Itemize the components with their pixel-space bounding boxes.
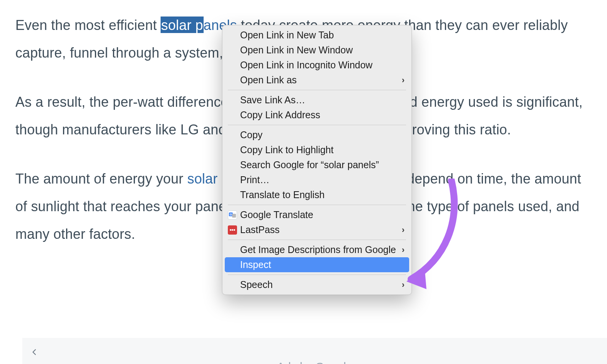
menu-separator (228, 125, 406, 125)
menu-open-link-new-tab[interactable]: Open Link in New Tab (222, 28, 411, 43)
menu-copy-link-address[interactable]: Copy Link Address (222, 108, 411, 122)
menu-item-label: Inspect (240, 259, 271, 270)
selected-text: solar p (161, 17, 203, 33)
menu-item-label: Get Image Descriptions from Google (240, 244, 396, 255)
chevron-right-icon: › (402, 280, 405, 290)
menu-item-label: LastPass (240, 224, 280, 235)
chevron-right-icon: › (402, 245, 405, 255)
chevron-right-icon: › (402, 225, 405, 235)
ads-by-google-label: Ads by Google (277, 360, 353, 364)
menu-copy-link-highlight[interactable]: Copy Link to Highlight (222, 142, 411, 157)
menu-item-label: Open Link in New Window (240, 45, 353, 56)
menu-item-label: Print… (240, 174, 269, 185)
menu-item-label: Open Link in Incognito Window (240, 60, 373, 71)
menu-separator (228, 205, 406, 205)
menu-copy[interactable]: Copy (222, 127, 411, 142)
menu-item-label: Save Link As… (240, 94, 305, 106)
text: Even the most efficient (15, 17, 161, 33)
menu-item-label: Translate to English (240, 189, 325, 200)
back-arrow-icon[interactable] (27, 345, 41, 359)
menu-speech[interactable]: Speech› (222, 277, 411, 292)
menu-item-label: Open Link in New Tab (240, 30, 334, 41)
menu-search-google[interactable]: Search Google for “solar panels” (222, 157, 411, 172)
lastpass-icon: ••• (228, 225, 237, 235)
menu-item-label: Search Google for “solar panels” (240, 159, 379, 170)
menu-ext-google-translate[interactable]: G Google Translate (222, 207, 411, 222)
menu-open-link-incognito[interactable]: Open Link in Incognito Window (222, 58, 411, 73)
menu-open-link-as[interactable]: Open Link as› (222, 73, 411, 88)
menu-save-link-as[interactable]: Save Link As… (222, 93, 411, 108)
menu-item-label: Speech (240, 279, 273, 290)
menu-item-label: Google Translate (240, 209, 313, 220)
menu-item-label: Copy (240, 129, 262, 141)
menu-item-label: Copy Link Address (240, 109, 320, 121)
chevron-right-icon: › (402, 75, 405, 85)
menu-separator (228, 90, 406, 90)
menu-print[interactable]: Print… (222, 172, 411, 187)
menu-item-label: Copy Link to Highlight (240, 144, 333, 156)
svg-rect-1 (232, 213, 236, 217)
menu-translate-english[interactable]: Translate to English (222, 187, 411, 202)
ads-bar: Ads by Google (22, 338, 607, 364)
menu-ext-lastpass[interactable]: ••• LastPass › (222, 222, 411, 237)
context-menu: Open Link in New Tab Open Link in New Wi… (222, 25, 412, 295)
text: The amount of energy your (15, 171, 187, 187)
menu-get-image-descriptions[interactable]: Get Image Descriptions from Google› (222, 242, 411, 257)
menu-open-link-new-window[interactable]: Open Link in New Window (222, 43, 411, 58)
menu-item-label: Open Link as (240, 74, 297, 86)
svg-text:G: G (230, 213, 232, 215)
menu-separator (228, 240, 406, 240)
menu-inspect[interactable]: Inspect (225, 257, 409, 272)
menu-separator (228, 275, 406, 275)
google-translate-icon: G (228, 210, 237, 220)
